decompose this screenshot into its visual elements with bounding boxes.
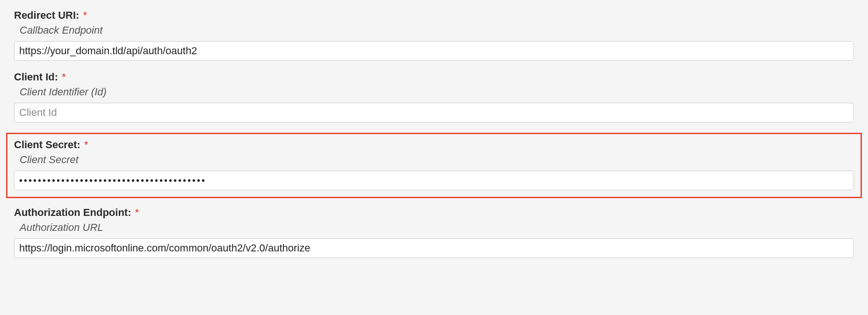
form-group-client-id: Client Id: * Client Identifier (Id) [14, 71, 854, 122]
label-auth-endpoint: Authorization Endpoint: * [14, 207, 854, 219]
label-client-id: Client Id: * [14, 71, 854, 83]
label-client-secret: Client Secret: * [14, 139, 854, 151]
form-group-redirect-uri: Redirect URI: * Callback Endpoint [14, 9, 854, 61]
required-asterisk: * [135, 207, 139, 218]
redirect-uri-input[interactable] [14, 41, 854, 61]
required-asterisk: * [83, 9, 87, 21]
form-group-auth-endpoint: Authorization Endpoint: * Authorization … [14, 207, 854, 258]
label-redirect-uri: Redirect URI: * [14, 9, 854, 21]
client-secret-input[interactable] [14, 171, 854, 190]
description-client-id: Client Identifier (Id) [14, 86, 854, 98]
required-asterisk: * [84, 139, 88, 150]
label-text: Client Id: [14, 71, 58, 83]
label-text: Client Secret: [14, 139, 80, 150]
required-asterisk: * [62, 71, 66, 83]
auth-endpoint-input[interactable] [14, 238, 854, 258]
description-redirect-uri: Callback Endpoint [14, 24, 854, 36]
description-auth-endpoint: Authorization URL [14, 222, 854, 234]
label-text: Authorization Endpoint: [14, 207, 131, 218]
client-id-input[interactable] [14, 103, 854, 122]
description-client-secret: Client Secret [14, 154, 854, 166]
form-group-client-secret: Client Secret: * Client Secret [6, 133, 862, 198]
label-text: Redirect URI: [14, 9, 79, 21]
